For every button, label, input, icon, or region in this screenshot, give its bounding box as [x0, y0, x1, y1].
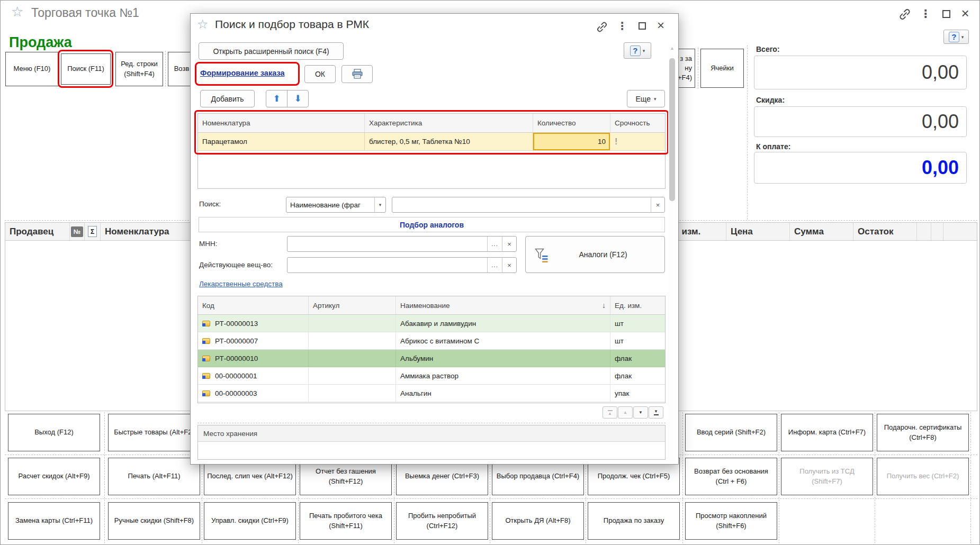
favorite-star-icon[interactable]: ☆ — [197, 17, 209, 32]
scroll-top-button[interactable]: ▲ — [603, 406, 617, 419]
drug-code: 00-00000001 — [215, 372, 257, 380]
drug-articul — [309, 350, 396, 367]
sum-doc-column-header[interactable]: Σ — [85, 223, 101, 240]
cart-col-quantity[interactable]: Количество — [533, 114, 610, 132]
cart-col-urgency[interactable]: Срочность — [610, 114, 665, 132]
manual-discounts-button[interactable]: Ручные скидки (Shift+F8) — [108, 502, 200, 540]
series-input-button[interactable]: Ввод серий (Shift+F2) — [685, 414, 777, 451]
edit-row-button[interactable]: Ред. строки (Shift+F4) — [115, 52, 163, 86]
scrollbar-up-icon[interactable]: ▲ — [670, 46, 675, 51]
card-replace-button[interactable]: Замена карты (Ctrl+F11) — [8, 502, 100, 540]
substance-input[interactable] — [287, 258, 487, 272]
cart-col-characteristic[interactable]: Характеристика — [365, 114, 533, 132]
drugs-table-header: Код Артикул Наименование ↓ Ед. изм. — [198, 296, 665, 315]
return-no-basis-button[interactable]: Возврат без основания (Ctrl + F6) — [685, 458, 777, 495]
info-card-button[interactable]: Информ. карта (Ctrl+F7) — [781, 414, 873, 451]
mnn-input[interactable] — [287, 237, 487, 251]
kebab-menu-icon[interactable]: ⋮ — [617, 18, 627, 34]
help-icon: ? — [630, 46, 641, 56]
print-button[interactable]: Печать (Alt+F11) — [108, 458, 200, 495]
print-punched-receipt-button[interactable]: Печать пробитого чека (Shift+F11) — [300, 502, 392, 540]
link-icon[interactable] — [595, 20, 609, 34]
drugs-link[interactable]: Лекарственные средства — [199, 280, 283, 288]
link-icon[interactable] — [897, 7, 912, 22]
drug-row[interactable]: РТ-00000007 Абрикос с витамином С шт — [198, 332, 665, 350]
cells-button[interactable]: Ячейки — [700, 49, 744, 88]
close-icon[interactable]: × — [654, 18, 667, 33]
move-up-button[interactable]: ⬆ — [266, 90, 287, 107]
cart-cell-characteristic[interactable]: блистер, 0,5 мг, Таблетка №10 — [365, 133, 533, 150]
order-formation-link[interactable]: Формирование заказа — [200, 69, 284, 77]
cart-row[interactable]: Парацетамол блистер, 0,5 мг, Таблетка №1… — [198, 133, 665, 151]
clear-icon[interactable]: × — [651, 197, 664, 212]
punch-unpunched-button[interactable]: Пробить непробитый (Ctrl+F12) — [396, 502, 488, 540]
analog-selection-link[interactable]: Подбор аналогов — [400, 221, 464, 229]
analogs-button[interactable]: Аналоги (F12) — [525, 236, 665, 273]
print-button[interactable] — [341, 65, 373, 83]
drug-code: РТ-00000013 — [215, 320, 258, 328]
cart-col-nomenclature[interactable]: Номенклатура — [198, 114, 365, 132]
tri-down-icon: ▼ — [654, 410, 658, 414]
col-code[interactable]: Код — [198, 296, 309, 314]
drug-row[interactable]: РТ-00000013 Абакавир и ламивудин шт — [198, 315, 665, 332]
cart-cell-quantity[interactable]: 10 — [533, 133, 610, 150]
advanced-search-button[interactable]: Открыть расширенный поиск (F4) — [199, 42, 344, 60]
gift-certificates-button[interactable]: Подарочн. сертификаты (Ctrl+F8) — [877, 414, 969, 451]
drug-name: Абрикос с витамином С — [396, 332, 610, 349]
chevron-down-icon[interactable]: ▾ — [374, 197, 385, 212]
scrollbar-thumb[interactable] — [669, 58, 675, 201]
scroll-up-button[interactable]: ▲ — [618, 406, 633, 419]
cart-cell-nomenclature[interactable]: Парацетамол — [198, 133, 365, 150]
number-column-header[interactable]: № — [70, 223, 85, 240]
dialog-scrollbar[interactable]: ▲ — [668, 44, 676, 461]
maximize-icon[interactable] — [639, 22, 646, 30]
clear-icon[interactable]: × — [502, 237, 516, 251]
scroll-down-button[interactable]: ▼ — [633, 406, 648, 419]
drug-row-selected[interactable]: РТ-00000010 Альбумин флак — [198, 350, 665, 367]
open-drawer-button[interactable]: Открыть ДЯ (Alt+F8) — [492, 502, 584, 540]
more-button[interactable]: Еще ▾ — [627, 90, 665, 107]
view-accumulations-button[interactable]: Просмотр накоплений (Shift+F6) — [685, 502, 777, 540]
menu-button[interactable]: Меню (F10) — [5, 52, 59, 86]
col-unit[interactable]: Ед. изм. — [610, 296, 665, 314]
ok-button[interactable]: ОК — [304, 65, 336, 83]
discount-calc-button[interactable]: Расчет скидок (Alt+F9) — [8, 458, 100, 495]
col-articul[interactable]: Артикул — [309, 296, 396, 314]
managed-discounts-button[interactable]: Управл. скидки (Ctrl+F9) — [204, 502, 296, 540]
stock-column-header[interactable]: Остаток — [853, 223, 917, 240]
search-input[interactable] — [392, 197, 651, 212]
clear-icon[interactable]: × — [502, 258, 516, 272]
sale-by-order-button[interactable]: Продажа по заказу — [588, 502, 680, 540]
exit-button[interactable]: Выход (F12) — [8, 414, 100, 451]
help-button[interactable]: ? ▾ — [624, 42, 651, 59]
help-button[interactable]: ? ▾ — [943, 30, 969, 44]
favorite-star-icon[interactable]: ☆ — [11, 4, 23, 20]
amount-column-header[interactable]: Сумма — [790, 223, 853, 240]
seller-column-header[interactable]: Продавец — [5, 223, 70, 240]
close-icon[interactable]: × — [959, 6, 972, 21]
quick-goods-button[interactable]: Быстрые товары (Alt+F2) — [108, 414, 200, 451]
urgency-icon[interactable]: ! — [610, 133, 665, 150]
move-down-button[interactable]: ⬇ — [287, 90, 309, 107]
storage-header[interactable]: Место хранения — [198, 425, 665, 442]
divider — [698, 48, 698, 89]
search-button[interactable]: Поиск (F11) — [61, 53, 111, 85]
grid-guide — [875, 412, 875, 543]
unit-column-header[interactable]: . изм. — [676, 223, 726, 240]
analog-selection-bar[interactable]: Подбор аналогов — [199, 217, 665, 232]
discount-value: 0,00 — [754, 106, 967, 137]
drug-row[interactable]: 00-00000001 Аммиака раствор флак — [198, 367, 665, 385]
ellipsis-picker-icon[interactable]: ... — [487, 237, 502, 251]
ellipsis-picker-icon[interactable]: ... — [487, 258, 502, 272]
sort-desc-icon[interactable]: ↓ — [602, 301, 606, 310]
add-button[interactable]: Добавить — [200, 90, 255, 107]
maximize-icon[interactable] — [942, 10, 950, 18]
drug-name: Аммиака раствор — [396, 367, 610, 384]
drug-row[interactable]: 00-00000003 Анальгин упак — [198, 385, 665, 402]
col-name[interactable]: Наименование ↓ — [396, 296, 610, 314]
kebab-menu-icon[interactable]: ⋮ — [921, 6, 930, 22]
search-mode-select[interactable]: Наименование (фраг ▾ — [286, 197, 386, 213]
scroll-bottom-button[interactable]: ▼ — [649, 406, 663, 419]
drug-code: 00-00000003 — [215, 389, 257, 397]
price-column-header[interactable]: Цена — [726, 223, 790, 240]
